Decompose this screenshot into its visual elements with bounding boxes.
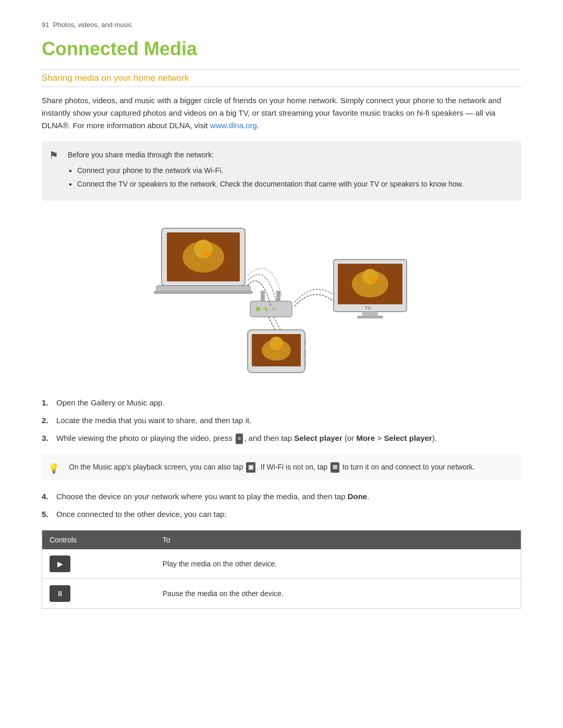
play-button-icon: ▶ [50,556,70,572]
note-item-1: Connect your phone to the network via Wi… [77,165,511,176]
router-graphic [250,291,292,317]
laptop-graphic [154,228,253,294]
svg-rect-28 [304,360,306,366]
table-row: ⏸ Pause the media on the other device. [42,579,521,609]
step-num-1: 1. [42,397,48,409]
svg-point-10 [256,307,260,311]
note-intro: Before you share media through the netwo… [68,150,511,161]
page-title: Connected Media [42,38,521,60]
phone-graphic [248,330,306,373]
note-item-2: Connect the TV or speakers to the networ… [77,178,511,190]
section-subtitle: Sharing media on your home network [42,73,521,87]
svg-rect-9 [276,291,280,301]
steps-list: 1. Open the Gallery or Music app. 2. Loc… [42,397,521,445]
table-row: ▶ Play the media on the other device. [42,549,521,579]
step-2: 2. Locate the media that you want to sha… [42,414,521,427]
controls-table-header: Controls To [42,530,521,550]
step-5: 5. Once connected to the other device, y… [42,508,521,521]
svg-rect-27 [304,349,306,358]
page-number: 91 Photos, videos, and music [42,21,521,29]
step-1: 1. Open the Gallery or Music app. [42,397,521,409]
wifi-icon: ⊞ [331,462,339,473]
svg-point-25 [277,345,283,348]
dlna-link[interactable]: www.dlna.org [210,121,257,130]
svg-point-16 [362,269,378,285]
illustration-area: TV [42,215,521,382]
svg-rect-8 [261,291,265,301]
note-list: Connect your phone to the network via Wi… [77,165,511,190]
svg-point-4 [203,251,212,255]
section-divider-top [42,69,521,70]
tv-graphic: TV [334,260,407,318]
bulb-icon [48,459,59,475]
step-num-3: 3. [42,432,48,445]
tip-text: On the Music app's playback screen, you … [69,461,512,473]
svg-point-12 [272,307,276,311]
note-box: Before you share media through the netwo… [42,141,521,201]
play-description: Play the media on the other device. [155,549,521,579]
controls-table: Controls To ▶ Play the media on the othe… [42,530,521,609]
flag-icon [49,149,58,162]
svg-point-24 [270,337,283,350]
steps-list-cont: 4. Choose the device on your network whe… [42,490,521,521]
pause-button-cell: ⏸ [42,579,155,609]
svg-text:TV: TV [365,305,371,311]
svg-point-11 [264,307,268,311]
step-3: 3. While viewing the photo or playing th… [42,432,521,445]
pause-button-icon: ⏸ [50,585,70,602]
svg-rect-20 [357,316,383,318]
svg-point-3 [194,240,213,258]
intro-paragraph: Share photos, videos, and music with a b… [42,94,521,132]
svg-rect-19 [362,312,378,316]
tip-box: On the Music app's playback screen, you … [42,454,521,480]
play-button-cell: ▶ [42,549,155,579]
menu-icon: ≡ [236,434,243,444]
svg-point-17 [370,278,377,282]
to-col-header: To [155,530,521,550]
step-num-5: 5. [42,508,48,521]
wifi-arcs-tv [295,289,336,306]
step-4: 4. Choose the device on your network whe… [42,490,521,503]
network-illustration: TV [146,218,417,379]
pause-description: Pause the media on the other device. [155,579,521,609]
music-share-icon: ▣ [246,462,255,473]
step-num-2: 2. [42,414,48,427]
step-num-4: 4. [42,490,48,503]
svg-rect-6 [154,291,253,294]
controls-col-header: Controls [42,530,155,550]
svg-rect-26 [304,339,306,346]
